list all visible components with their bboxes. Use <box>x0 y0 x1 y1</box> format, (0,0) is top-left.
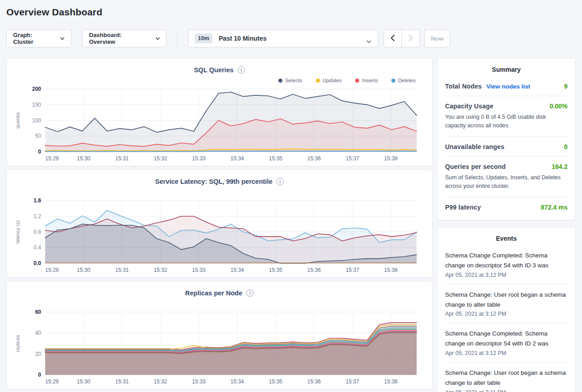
view-nodes-list-link[interactable]: View nodes list <box>486 83 530 90</box>
event-timestamp: Apr 05, 2021 at 3:12 PM <box>445 350 568 356</box>
time-range-picker[interactable]: 10m Past 10 Minutes <box>188 29 378 47</box>
svg-text:1.6: 1.6 <box>33 197 41 204</box>
time-step-buttons <box>384 29 420 47</box>
svg-text:15:37: 15:37 <box>346 155 359 162</box>
summary-row-value: 0 <box>564 143 568 150</box>
svg-text:15:29: 15:29 <box>45 267 59 273</box>
svg-text:queries: queries <box>15 112 20 129</box>
chevron-right-icon <box>408 34 413 43</box>
page-title: Overview Dashboard <box>6 7 576 18</box>
svg-text:0.8: 0.8 <box>33 229 41 235</box>
time-forward-button[interactable] <box>402 29 420 47</box>
svg-text:15:30: 15:30 <box>77 267 90 273</box>
svg-text:15:34: 15:34 <box>230 155 244 162</box>
summary-row-value: 0.00% <box>549 103 568 110</box>
event-timestamp: Apr 05, 2021 at 3:12 PM <box>445 272 568 278</box>
svg-text:1.2: 1.2 <box>33 213 41 219</box>
event-timestamp: Apr 05, 2021 at 3:12 PM <box>445 311 568 317</box>
svg-text:15:35: 15:35 <box>269 378 282 385</box>
chevron-down-icon <box>155 37 160 40</box>
svg-text:15:31: 15:31 <box>115 378 129 385</box>
svg-text:latency (s): latency (s) <box>15 220 20 243</box>
chevron-left-icon <box>390 34 395 43</box>
svg-text:15:33: 15:33 <box>192 378 206 385</box>
summary-row-subtext: You are using 0 B of 4.5 GiB usable disk… <box>445 113 568 131</box>
svg-text:15:30: 15:30 <box>77 155 90 162</box>
toolbar: Graph: Cluster Dashboard: Overview 10m P… <box>6 29 576 47</box>
summary-title: Summary <box>437 58 575 76</box>
svg-text:15:37: 15:37 <box>346 378 359 385</box>
svg-text:0.0: 0.0 <box>33 260 41 266</box>
main-content: SQL Queries i SelectsUpdatesInsertsDelet… <box>6 58 576 392</box>
graph-dropdown[interactable]: Graph: Cluster <box>6 29 71 47</box>
svg-text:15:32: 15:32 <box>154 155 167 162</box>
svg-text:15:34: 15:34 <box>230 267 244 273</box>
charts-column: SQL Queries i SelectsUpdatesInsertsDelet… <box>6 58 432 392</box>
svg-text:15:29: 15:29 <box>45 378 59 385</box>
svg-text:15:38: 15:38 <box>384 378 398 385</box>
svg-text:15:31: 15:31 <box>115 267 129 273</box>
summary-row-p99-latency: P99 latency 872.4 ms <box>445 197 568 217</box>
legend-item: Inserts <box>355 78 378 83</box>
event-text: Schema Change: User root began a schema … <box>445 290 568 310</box>
sql-queries-chart-card: SQL Queries i SelectsUpdatesInsertsDelet… <box>6 58 432 166</box>
info-icon[interactable]: i <box>246 289 253 297</box>
legend-dot-icon <box>316 79 320 83</box>
time-range-label: Past 10 Minutes <box>219 35 267 42</box>
summary-row-queries-per-second: Queries per second 164.2 Sum of Selects,… <box>445 157 568 197</box>
legend-dot-icon <box>355 79 359 83</box>
summary-card: Summary Total Nodes View nodes list 9 Ca… <box>437 58 576 220</box>
svg-text:0: 0 <box>38 372 41 378</box>
info-icon[interactable]: i <box>238 66 245 74</box>
svg-text:15:36: 15:36 <box>307 267 321 273</box>
overview-dashboard-page: Overview Dashboard Graph: Cluster Dashbo… <box>0 0 582 392</box>
legend-item: Updates <box>316 78 342 83</box>
svg-text:100: 100 <box>32 117 41 124</box>
summary-row-label: Queries per second <box>445 163 506 170</box>
event-timestamp: Apr 05, 2021 at 3:11 PM <box>445 389 568 392</box>
svg-text:0: 0 <box>38 149 41 155</box>
summary-row-label: Capacity Usage <box>445 103 493 110</box>
summary-row-value: 872.4 ms <box>541 204 568 211</box>
legend-item: Selects <box>278 78 302 83</box>
event-item: Schema Change: User root began a schema … <box>445 363 568 392</box>
sidebar: Summary Total Nodes View nodes list 9 Ca… <box>437 58 576 392</box>
events-card: Events Schema Change Completed: Schema c… <box>437 227 576 392</box>
svg-text:15:38: 15:38 <box>384 267 398 273</box>
svg-text:40: 40 <box>35 330 42 336</box>
service-latency-chart: 0.00.40.81.21.615:2915:3015:3115:3215:33… <box>7 197 432 275</box>
svg-text:0.4: 0.4 <box>33 244 41 251</box>
summary-row-value: 9 <box>564 83 568 90</box>
svg-text:150: 150 <box>32 102 41 108</box>
dashboard-dropdown[interactable]: Dashboard: Overview <box>82 29 167 47</box>
event-text: Schema Change: User root began a schema … <box>445 368 568 388</box>
event-item: Schema Change: User root began a schema … <box>445 285 568 324</box>
info-icon[interactable]: i <box>277 178 284 185</box>
svg-text:50: 50 <box>35 133 42 139</box>
svg-text:15:37: 15:37 <box>346 267 359 273</box>
replicas-per-node-chart: 020406015:2915:3015:3115:3215:3315:3415:… <box>7 309 432 387</box>
event-item: Schema Change Completed: Schema change o… <box>445 245 568 285</box>
replicas-per-node-chart-card: Replicas per Node i 020406015:2915:3015:… <box>6 281 432 389</box>
summary-row-value: 164.2 <box>552 163 568 170</box>
svg-text:15:35: 15:35 <box>269 155 282 162</box>
graph-dropdown-label: Graph: Cluster <box>13 32 51 45</box>
event-text: Schema Change Completed: Schema change o… <box>445 251 568 271</box>
sql-queries-chart: 05010015020015:2915:3015:3115:3215:3315:… <box>7 86 432 163</box>
summary-row-unavailable-ranges: Unavailable ranges 0 <box>445 137 568 157</box>
time-range-badge: 10m <box>195 33 212 43</box>
svg-text:15:34: 15:34 <box>230 378 244 385</box>
legend-item: Deletes <box>391 78 416 83</box>
summary-row-capacity-usage: Capacity Usage 0.00% You are using 0 B o… <box>445 96 568 137</box>
now-button[interactable]: Now <box>424 29 450 47</box>
replicas-per-node-chart-title: Replicas per Node <box>185 289 243 297</box>
toolbar-divider <box>177 30 178 47</box>
event-item: Schema Change Completed: Schema change o… <box>445 323 568 363</box>
summary-row-label: Total Nodes <box>445 83 482 90</box>
summary-row-label: P99 latency <box>445 204 481 211</box>
svg-text:15:32: 15:32 <box>154 267 167 273</box>
time-back-button[interactable] <box>384 29 402 47</box>
sql-queries-chart-title: SQL Queries <box>194 66 234 74</box>
chevron-down-icon <box>366 37 371 45</box>
event-text: Schema Change Completed: Schema change o… <box>445 329 568 349</box>
